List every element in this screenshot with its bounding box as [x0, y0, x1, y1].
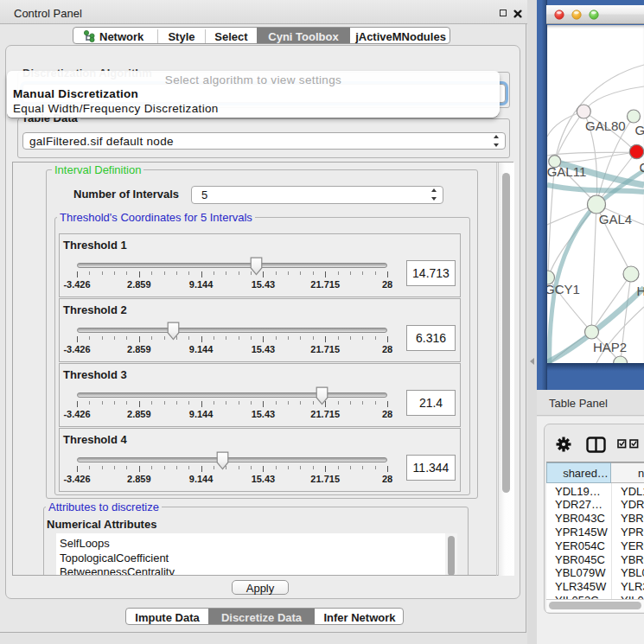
- svg-text:GCY1: GCY1: [547, 282, 580, 296]
- svg-text:CY: CY: [640, 160, 644, 175]
- svg-text:HAP2: HAP2: [593, 340, 627, 354]
- svg-text:GAL11: GAL11: [547, 164, 586, 179]
- svg-text:GAL4: GAL4: [599, 212, 632, 226]
- svg-text:GAL80: GAL80: [585, 118, 626, 133]
- svg-text:H: H: [637, 284, 644, 298]
- svg-text:GAL: GAL: [635, 123, 644, 137]
